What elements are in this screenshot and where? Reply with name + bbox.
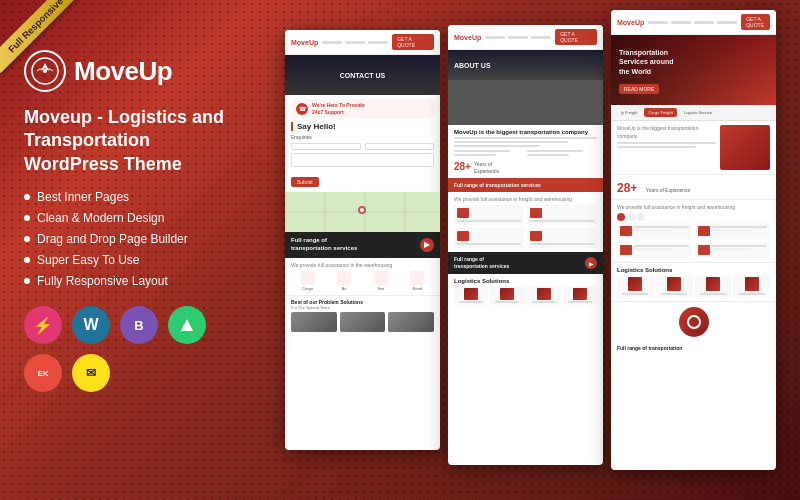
wordpress-icon: W bbox=[72, 306, 110, 344]
sc-support-text: We're Here To Provide24x7 Support bbox=[312, 102, 365, 115]
sc-form-row bbox=[291, 143, 434, 150]
responsive-badge: Full Responsive bbox=[0, 0, 80, 80]
sc-assist-grid bbox=[454, 205, 597, 248]
ek-icon: EK bbox=[24, 354, 62, 392]
sc-tab-freight3[interactable]: Logistic Service bbox=[680, 108, 716, 117]
sc-form-col bbox=[291, 143, 361, 150]
sc-home-stat-text: Years of Experience bbox=[646, 187, 691, 193]
sc-stat-area: 28+ Years ofExperience bbox=[454, 161, 597, 174]
feature-item: Fully Responsive Layout bbox=[24, 274, 224, 288]
feature-item: Clean & Modern Design bbox=[24, 211, 224, 225]
screenshot-group: MoveUp GET A QUOTE CONTACT US ☎ bbox=[244, 20, 776, 470]
sc-header: MoveUp GET A QUOTE bbox=[285, 30, 440, 55]
screenshot-home: MoveUp GET A QUOTE TransportationService… bbox=[611, 10, 776, 470]
sc-about-img bbox=[448, 80, 603, 125]
feature-bullet bbox=[24, 194, 30, 200]
sc-assistance2: We provide full assistance in freight an… bbox=[611, 199, 776, 262]
sc-support-badge: ☎ We're Here To Provide24x7 Support bbox=[291, 99, 434, 118]
svg-point-8 bbox=[360, 208, 364, 212]
sc-support-icon: ☎ bbox=[296, 103, 308, 115]
sc-red-circle bbox=[679, 307, 709, 337]
bootstrap-icon: B bbox=[120, 306, 158, 344]
sc-red-circle-section bbox=[611, 301, 776, 342]
sc-content-row: MoveUp is the biggest transportation com… bbox=[611, 121, 776, 174]
sc-logo: MoveUp bbox=[454, 34, 481, 41]
feature-label: Super Easy To Use bbox=[37, 253, 140, 267]
sc-nav bbox=[485, 36, 551, 39]
logo-text: MoveUp bbox=[74, 56, 172, 87]
sc-about-content: MoveUp is the biggest transportation com… bbox=[448, 125, 603, 178]
feature-label: Fully Responsive Layout bbox=[37, 274, 168, 288]
feature-bullet bbox=[24, 215, 30, 221]
sc-home-solutions: Logistics Solutions bbox=[611, 262, 776, 301]
sc-map bbox=[285, 192, 440, 232]
sc-service-icons: We provide full assistance in the wareho… bbox=[285, 258, 440, 295]
sc-fullrange: Full range oftransportation services ▶ bbox=[285, 232, 440, 258]
sc-cta-btn: GET A QUOTE bbox=[392, 34, 434, 50]
mountain-icon bbox=[168, 306, 206, 344]
sc-icon-grid: Cargo Air Sea Road bbox=[291, 271, 434, 291]
feature-label: Best Inner Pages bbox=[37, 190, 129, 204]
feature-label: Clean & Modern Design bbox=[37, 211, 164, 225]
feature-bullet bbox=[24, 257, 30, 263]
sc-stat-number: 28+ bbox=[454, 161, 471, 174]
mailchimp-icon: ✉ bbox=[72, 354, 110, 392]
sc-stat-row: 28+ Years of Experience bbox=[611, 174, 776, 199]
feature-item: Best Inner Pages bbox=[24, 190, 224, 204]
sc-form-col bbox=[365, 143, 435, 150]
sc-logo: MoveUp bbox=[291, 39, 318, 46]
sc-fullrange-last: Full range of transportation bbox=[611, 342, 776, 354]
sc-solutions-grid bbox=[454, 286, 597, 305]
sc-cta-btn: GET A QUOTE bbox=[555, 29, 597, 45]
sc-submit-btn[interactable]: Submit bbox=[291, 177, 319, 187]
screenshot-about: MoveUp GET A QUOTE ABOUT US bbox=[448, 25, 603, 465]
sc-home-solutions-grid bbox=[617, 275, 770, 297]
left-panel: MoveUp Moveup - Logistics and Transporta… bbox=[24, 20, 224, 480]
sc-home-hero-text: TransportationServices aroundthe World R… bbox=[619, 48, 673, 95]
sc-home-hero: TransportationServices aroundthe World R… bbox=[611, 35, 776, 105]
sc-tab-freight1[interactable]: ly Freight bbox=[617, 108, 641, 117]
sc-freight-tabs: ly Freight Cargo Freight Logistic Servic… bbox=[611, 105, 776, 121]
sc-freight-bar: Full range of transportation services bbox=[448, 178, 603, 192]
sc-header: MoveUp GET A QUOTE bbox=[448, 25, 603, 50]
product-title: Moveup - Logistics and Transportation Wo… bbox=[24, 106, 224, 176]
sc-enquiries: Enquiries bbox=[291, 134, 434, 140]
sc-say-hello: Say Hello! bbox=[291, 122, 434, 131]
sc-support-section: ☎ We're Here To Provide24x7 Support Say … bbox=[285, 95, 440, 192]
sc-contact-hero: CONTACT US bbox=[285, 55, 440, 95]
sc-play2[interactable]: ▶ bbox=[585, 257, 597, 269]
feature-bullet bbox=[24, 278, 30, 284]
sc-assistance: We provide full assistance in freight an… bbox=[448, 192, 603, 252]
sc-input-email[interactable] bbox=[365, 143, 435, 150]
sc-nav bbox=[322, 41, 388, 44]
sc-truck-img bbox=[720, 125, 770, 170]
sc-solutions: Logistics Solutions bbox=[448, 274, 603, 309]
feature-item: Super Easy To Use bbox=[24, 253, 224, 267]
sc-about-title: ABOUT US bbox=[454, 62, 491, 69]
sc-service-grid2 bbox=[617, 223, 770, 258]
feature-item: Drag and Drop Page Builder bbox=[24, 232, 224, 246]
plugin-icons: ⚡ W B EK ✉ bbox=[24, 306, 224, 392]
sc-hero-btn[interactable]: READ MORE bbox=[619, 84, 659, 94]
sc-stat-text: Years ofExperience bbox=[474, 161, 499, 174]
sc-home-header: MoveUp GET A QUOTE bbox=[611, 10, 776, 35]
screenshot-contact: MoveUp GET A QUOTE CONTACT US ☎ bbox=[285, 30, 440, 450]
sc-fullrange2: Full range oftransportation services ▶ bbox=[448, 252, 603, 274]
sc-input-name[interactable] bbox=[291, 143, 361, 150]
sc-home-nav bbox=[648, 21, 737, 24]
sc-input-message[interactable] bbox=[291, 153, 434, 167]
sc-solutions-title: Logistics Solutions bbox=[454, 278, 597, 284]
sc-home-cta: GET A QUOTE bbox=[741, 14, 770, 30]
features-list: Best Inner Pages Clean & Modern Design D… bbox=[24, 190, 224, 288]
right-panel: MoveUp GET A QUOTE CONTACT US ☎ bbox=[244, 20, 776, 480]
feature-label: Drag and Drop Page Builder bbox=[37, 232, 188, 246]
sc-contact-title: CONTACT US bbox=[340, 72, 385, 79]
sc-home-stat-num: 28+ bbox=[617, 181, 637, 195]
sc-home-logo: MoveUp bbox=[617, 19, 644, 26]
sc-team: Best of our Problem Solutions For Our Sp… bbox=[285, 295, 440, 335]
feature-bullet bbox=[24, 236, 30, 242]
sc-tab-freight2[interactable]: Cargo Freight bbox=[644, 108, 676, 117]
badge-label: Full Responsive bbox=[0, 0, 79, 73]
sc-about-hero: ABOUT US bbox=[448, 50, 603, 80]
sc-play-btn[interactable]: ▶ bbox=[420, 238, 434, 252]
